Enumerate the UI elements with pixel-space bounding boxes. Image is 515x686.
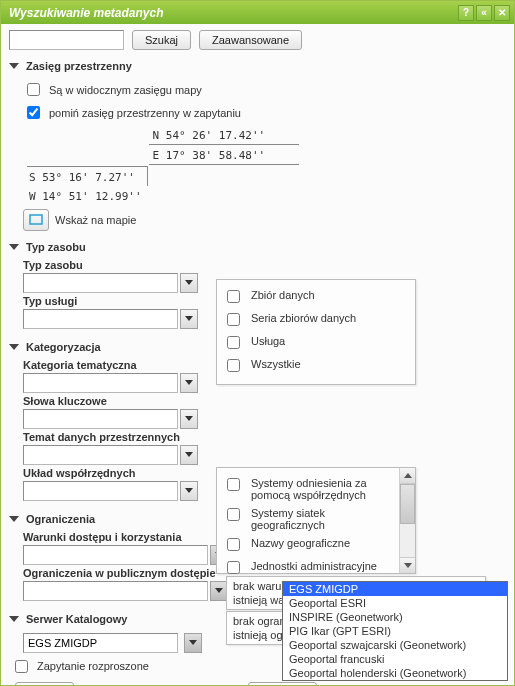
clear-button[interactable]: Wyczyść — [248, 682, 317, 686]
keywords-label: Słowa kluczowe — [23, 395, 504, 409]
omit-extent-label: pomiń zasięg przestrzenny w zapytaniu — [49, 107, 241, 119]
chevron-down-icon — [9, 616, 19, 622]
omit-extent-checkbox[interactable] — [27, 106, 40, 119]
help-icon[interactable]: ? — [458, 5, 474, 21]
chevron-down-icon — [9, 516, 19, 522]
spatial-topic-label: Temat danych przestrzennych — [23, 431, 504, 445]
theme-dropdown[interactable] — [180, 373, 198, 393]
catalog-option[interactable]: Geoportal ESRI — [283, 596, 507, 610]
opt-service-checkbox[interactable] — [227, 336, 240, 349]
keywords-dropdown[interactable] — [180, 409, 198, 429]
section-spatial[interactable]: Zasięg przestrzenny — [7, 56, 508, 76]
opt-dataset-checkbox[interactable] — [227, 290, 240, 303]
distributed-query-label: Zapytanie rozproszone — [37, 660, 149, 672]
catalog-option[interactable]: EGS ZMIGDP — [283, 582, 507, 596]
service-type-label: Typ usługi — [23, 295, 201, 309]
resource-type-input[interactable] — [23, 273, 178, 293]
catalog-option[interactable]: Geoportal francuski — [283, 652, 507, 666]
chevron-down-icon — [9, 244, 19, 250]
catalog-server-list: EGS ZMIGDP Geoportal ESRI INSPIRE (Geone… — [282, 581, 508, 681]
section-resource[interactable]: Typ zasobu — [7, 237, 205, 257]
resource-type-dropdown[interactable] — [180, 273, 198, 293]
chevron-down-icon — [9, 344, 19, 350]
search-button[interactable]: Szukaj — [132, 30, 191, 50]
crs-input[interactable] — [23, 481, 178, 501]
scroll-down-icon[interactable] — [400, 557, 415, 573]
service-type-dropdown[interactable] — [180, 309, 198, 329]
titlebar: Wyszukiwanie metadanych ? « ✕ — [1, 1, 514, 24]
crs-opt2-checkbox[interactable] — [227, 508, 240, 521]
catalog-option[interactable]: Geoportal holenderski (Geonetwork) — [283, 666, 507, 680]
coord-west: W 14° 51' 12.99'' — [27, 186, 148, 205]
search-input[interactable] — [9, 30, 124, 50]
distributed-query-checkbox[interactable] — [15, 660, 28, 673]
coord-south: S 53° 16' 7.27'' — [27, 166, 148, 186]
catalog-server-input[interactable] — [23, 633, 178, 653]
search-button-bottom[interactable]: Szukaj — [15, 682, 74, 686]
spatial-topic-input[interactable] — [23, 445, 178, 465]
show-on-map-label: Wskaż na mapie — [55, 214, 136, 226]
scroll-up-icon[interactable] — [400, 468, 415, 484]
crs-opt3-checkbox[interactable] — [227, 538, 240, 551]
resource-type-label: Typ zasobu — [23, 259, 201, 273]
window-title: Wyszukiwanie metadanych — [9, 6, 456, 20]
in-view-checkbox[interactable] — [27, 83, 40, 96]
close-icon[interactable]: ✕ — [494, 5, 510, 21]
crs-popup: Systemy odniesienia za pomocą współrzędn… — [216, 467, 416, 574]
map-rect-icon — [29, 214, 43, 226]
keywords-input[interactable] — [23, 409, 178, 429]
coord-north: N 54° 26' 17.42'' — [149, 127, 299, 145]
catalog-option[interactable]: PIG Ikar (GPT ESRI) — [283, 624, 507, 638]
in-view-label: Są w widocznym zasięgu mapy — [49, 84, 202, 96]
service-type-input[interactable] — [23, 309, 178, 329]
crs-dropdown[interactable] — [180, 481, 198, 501]
catalog-option[interactable]: Geoportal szwajcarski (Geonetwork) — [283, 638, 507, 652]
spatial-topic-dropdown[interactable] — [180, 445, 198, 465]
crs-opt1-checkbox[interactable] — [227, 478, 240, 491]
public-input[interactable] — [23, 581, 208, 601]
opt-series-checkbox[interactable] — [227, 313, 240, 326]
catalog-option[interactable]: INSPIRE (Geonetwork) — [283, 610, 507, 624]
advanced-button[interactable]: Zaawansowane — [199, 30, 302, 50]
collapse-icon[interactable]: « — [476, 5, 492, 21]
metadata-search-window: Wyszukiwanie metadanych ? « ✕ Szukaj Zaa… — [0, 0, 515, 686]
catalog-server-dropdown[interactable] — [184, 633, 202, 653]
svg-rect-0 — [30, 215, 42, 224]
scrollbar[interactable] — [399, 468, 415, 573]
access-input[interactable] — [23, 545, 208, 565]
resource-type-popup: Zbiór danych Seria zbiorów danych Usługa… — [216, 279, 416, 385]
coord-east: E 17° 38' 58.48'' — [149, 147, 299, 165]
opt-all-checkbox[interactable] — [227, 359, 240, 372]
show-on-map-button[interactable] — [23, 209, 49, 231]
crs-opt4-checkbox[interactable] — [227, 561, 240, 574]
chevron-down-icon — [9, 63, 19, 69]
theme-input[interactable] — [23, 373, 178, 393]
scroll-thumb[interactable] — [400, 484, 415, 524]
